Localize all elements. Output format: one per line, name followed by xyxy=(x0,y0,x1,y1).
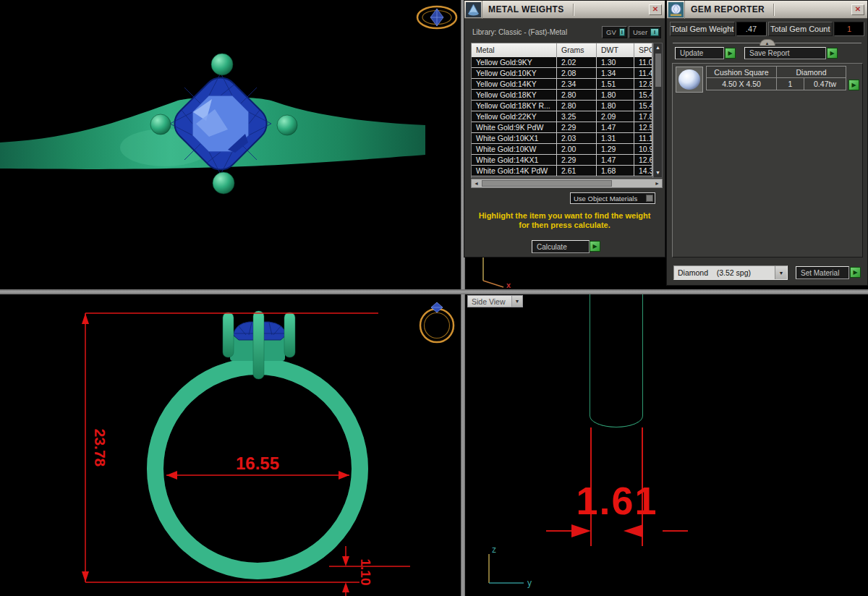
table-row[interactable]: Yellow Gold:18KY2.801.8015.42 xyxy=(472,90,652,101)
vertical-scroll-thumb[interactable] xyxy=(655,54,661,87)
column-header-grams[interactable]: Grams xyxy=(557,43,597,57)
gem-reporter-titlebar[interactable]: GEM REPORTER ✕ xyxy=(667,1,867,19)
column-header-metal[interactable]: Metal xyxy=(472,43,557,57)
table-row[interactable]: White Gold:9K PdW2.291.4712.59 xyxy=(472,122,652,133)
vertical-scrollbar[interactable]: ▲ ▼ xyxy=(653,43,663,178)
view-selector-label[interactable]: Side View xyxy=(467,295,512,307)
library-label: Library: Classic - (Fast)-Metal xyxy=(472,28,567,36)
table-cell: White Gold:10KX1 xyxy=(472,133,557,144)
table-row[interactable]: Yellow Gold:10KY2.081.3411.45 xyxy=(472,68,652,79)
axis-indicator-side: z y xyxy=(480,544,552,595)
scroll-down-icon[interactable]: ▼ xyxy=(654,169,662,177)
dimension-arrow-stem-left xyxy=(546,530,571,532)
axis-label-z: z xyxy=(492,545,496,555)
calculate-button[interactable]: Calculate xyxy=(532,240,590,253)
table-cell: 17.85 xyxy=(634,111,652,122)
dimension-arrow-right xyxy=(624,524,643,537)
gem-image xyxy=(678,69,700,90)
gv-toggle-button[interactable]: GV I xyxy=(602,26,627,38)
viewport-front-view[interactable]: 23.78 16.55 1.10 xyxy=(0,294,461,596)
set-material-go-icon[interactable]: ▶ xyxy=(850,267,861,278)
gem-entry-go-icon[interactable]: ▶ xyxy=(848,80,859,90)
metal-weights-app-icon xyxy=(464,1,482,19)
total-gem-weight-label: Total Gem Weight xyxy=(670,22,735,36)
viewport-side-view[interactable]: Side View ▼ 1.61 z y xyxy=(465,294,868,596)
table-cell: White Gold:14KX1 xyxy=(472,155,557,166)
update-go-icon[interactable]: ▶ xyxy=(725,48,736,59)
save-report-go-icon[interactable]: ▶ xyxy=(827,48,838,59)
material-dropdown[interactable]: Diamond (3.52 spg) ▼ xyxy=(673,265,788,280)
table-cell: 11.18 xyxy=(634,133,652,144)
dialog-title: METAL WEIGHTS xyxy=(482,4,564,14)
metal-weights-table[interactable]: Metal Grams DWT SPG Yellow Gold:9KY2.021… xyxy=(471,43,653,178)
band-cross-section xyxy=(590,294,643,427)
titlebar-groove xyxy=(573,4,574,16)
ring-top-view-canvas xyxy=(0,0,461,289)
set-material-button[interactable]: Set Material xyxy=(796,266,849,279)
chevron-down-icon[interactable]: ▼ xyxy=(512,295,523,307)
table-row[interactable]: White Gold:10KW2.001.2910.99 xyxy=(472,144,652,155)
table-cell: White Gold:9K PdW xyxy=(472,122,557,133)
table-cell: 11.08 xyxy=(634,57,652,68)
table-cell: 2.61 xyxy=(557,166,597,176)
table-cell: 1.31 xyxy=(597,133,634,144)
close-icon[interactable]: ✕ xyxy=(851,4,864,15)
table-row[interactable]: White Gold:14KX12.291.4712.61 xyxy=(472,155,652,166)
horizontal-scrollbar[interactable]: ◄ ► xyxy=(471,179,663,188)
gem-entry[interactable]: Cushion Square Diamond 4.50 X 4.50 1 0.4… xyxy=(706,66,846,90)
table-cell: 2.80 xyxy=(557,90,597,101)
use-object-materials-checkbox[interactable] xyxy=(646,195,653,202)
viewport-top-view[interactable] xyxy=(0,0,461,289)
column-header-spg[interactable]: SPG xyxy=(634,43,652,57)
table-cell: 14.32 xyxy=(634,166,652,176)
dimension-arrow-left xyxy=(571,524,591,537)
gem-shape-cell: Cushion Square xyxy=(706,66,777,78)
gem-size-cell: 4.50 X 4.50 xyxy=(706,78,777,90)
table-cell: 12.61 xyxy=(634,155,652,166)
gem-totals-row: Total Gem Weight .47 Total Gem Count 1 xyxy=(670,22,864,36)
dimension-arrow-stem-right xyxy=(663,530,688,532)
gem-thumbnail[interactable] xyxy=(676,67,703,93)
dialog-title: GEM REPORTER xyxy=(685,4,765,14)
calculate-go-icon[interactable]: ▶ xyxy=(590,241,600,252)
metal-weights-titlebar[interactable]: METAL WEIGHTS ✕ xyxy=(464,1,665,19)
user-toggle-button[interactable]: User I xyxy=(629,26,661,38)
viewport-divider-horizontal[interactable] xyxy=(0,289,868,294)
update-button[interactable]: Update xyxy=(675,47,724,59)
table-cell: 1.80 xyxy=(597,101,634,111)
horizontal-scroll-thumb[interactable] xyxy=(482,180,612,187)
material-dropdown-value: Diamond (3.52 spg) xyxy=(674,268,775,277)
table-row[interactable]: Yellow Gold:14KY2.341.5112.88 xyxy=(472,79,652,90)
table-cell: 1.68 xyxy=(597,166,634,176)
collapse-handle[interactable]: ▲ xyxy=(760,39,775,46)
table-cell: 2.08 xyxy=(557,68,597,79)
table-cell: 3.25 xyxy=(557,111,597,122)
table-row[interactable]: White Gold:14K PdW2.611.6814.32 xyxy=(472,166,652,176)
chevron-down-icon[interactable]: ▼ xyxy=(775,266,787,279)
titlebar-groove xyxy=(773,4,775,16)
use-object-materials-control[interactable]: Use Object Materials xyxy=(570,192,655,204)
gv-toggle-state[interactable]: I xyxy=(619,28,625,36)
user-toggle-state[interactable]: I xyxy=(650,28,659,36)
table-cell: 2.00 xyxy=(557,144,597,155)
scroll-up-icon[interactable]: ▲ xyxy=(654,43,662,52)
close-icon[interactable]: ✕ xyxy=(649,4,662,15)
save-report-button[interactable]: Save Report xyxy=(744,47,826,59)
table-row[interactable]: Yellow Gold:18KY R...2.801.8015.42 xyxy=(472,101,652,111)
view-selector[interactable]: Side View ▼ xyxy=(467,295,523,307)
table-cell: 2.34 xyxy=(557,79,597,90)
table-row[interactable]: Yellow Gold:22KY3.252.0917.85 xyxy=(472,111,652,122)
table-row[interactable]: White Gold:10KX12.031.3111.18 xyxy=(472,133,652,144)
gem-count-cell: 1 xyxy=(777,78,804,90)
table-cell: Yellow Gold:18KY R... xyxy=(472,101,557,111)
gem-reporter-app-icon xyxy=(667,1,685,19)
table-header: Metal Grams DWT SPG xyxy=(472,43,652,57)
table-row[interactable]: Yellow Gold:9KY2.021.3011.08 xyxy=(472,57,652,68)
dim-width-label: 1.61 xyxy=(561,481,673,520)
column-header-dwt[interactable]: DWT xyxy=(597,43,634,57)
table-cell: Yellow Gold:14KY xyxy=(472,79,557,90)
table-cell: 15.42 xyxy=(634,101,652,111)
table-cell: 12.88 xyxy=(634,79,652,90)
scroll-right-icon[interactable]: ► xyxy=(652,179,662,187)
scroll-left-icon[interactable]: ◄ xyxy=(472,179,481,187)
